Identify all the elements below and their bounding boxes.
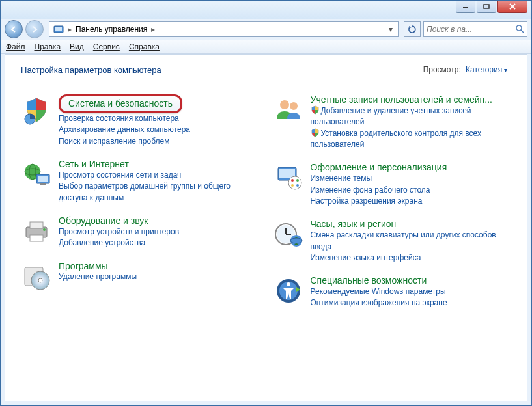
sublink-label: Изменение фона рабочего стола xyxy=(311,185,430,195)
category-sublink[interactable]: Изменение языка интерфейса xyxy=(311,252,512,264)
categories-left-column: Система и безопасностьПроверка состояния… xyxy=(21,94,260,321)
refresh-button[interactable] xyxy=(404,21,421,37)
category-body: Оформление и персонализацияИзменение тем… xyxy=(311,162,512,207)
sublink-label: Архивирование данных компьютера xyxy=(59,125,190,134)
svg-rect-17 xyxy=(30,235,43,241)
category-sublink[interactable]: Поиск и исправление проблем xyxy=(59,136,260,147)
svg-point-21 xyxy=(38,278,42,282)
svg-point-35 xyxy=(290,235,302,247)
svg-line-7 xyxy=(521,30,524,33)
category-title-link[interactable]: Оборудование и звук xyxy=(59,215,148,226)
category-item: Система и безопасностьПроверка состояния… xyxy=(21,94,260,147)
view-dropdown[interactable]: Категория xyxy=(466,65,507,74)
category-sublink[interactable]: Архивирование данных компьютера xyxy=(59,124,260,135)
sublink-label: Добавление и удаление учетных записей по… xyxy=(311,106,471,126)
category-sublink[interactable]: Изменение темы xyxy=(311,173,512,184)
sublink-label: Добавление устройства xyxy=(59,238,145,247)
category-body: Учетные записи пользователей и семейн...… xyxy=(311,94,512,150)
svg-point-18 xyxy=(43,228,46,231)
menu-file[interactable]: Файл xyxy=(6,42,25,51)
breadcrumb-arrow-icon[interactable]: ▸ xyxy=(150,25,156,34)
svg-rect-1 xyxy=(484,5,489,8)
menu-edit[interactable]: Правка xyxy=(35,42,61,51)
svg-point-39 xyxy=(287,282,290,286)
svg-point-26 xyxy=(288,176,301,189)
sublink-label: Выбор параметров домашней группы и общег… xyxy=(59,182,231,202)
category-body: ПрограммыУдаление программы xyxy=(59,261,260,292)
programs-disc-icon[interactable] xyxy=(21,261,52,292)
svg-point-30 xyxy=(296,184,299,187)
security-shield-icon[interactable] xyxy=(21,94,52,126)
category-sublink[interactable]: Просмотр состояния сети и задач xyxy=(59,170,260,181)
view-label: Просмотр: xyxy=(423,65,461,74)
uac-shield-icon xyxy=(311,105,320,115)
category-item: Оборудование и звукПросмотр устройств и … xyxy=(21,215,260,249)
svg-point-6 xyxy=(516,25,522,31)
category-sublink[interactable]: Удаление программы xyxy=(59,271,260,282)
category-title-link[interactable]: Специальные возможности xyxy=(311,275,427,286)
sublink-label: Просмотр устройств и принтеров xyxy=(59,227,179,236)
network-globe-icon[interactable] xyxy=(21,159,52,190)
category-title-link[interactable]: Часы, язык и регион xyxy=(311,219,397,230)
category-sublink[interactable]: Рекомендуемые Windows параметры xyxy=(311,286,512,297)
minimize-button[interactable] xyxy=(456,1,475,13)
category-sublink[interactable]: Проверка состояния компьютера xyxy=(59,113,260,124)
category-sublink[interactable]: Установка родительского контроля для все… xyxy=(311,128,512,151)
menu-view[interactable]: Вид xyxy=(70,42,84,51)
category-sublink[interactable]: Изменение фона рабочего стола xyxy=(311,185,512,196)
category-body: Оборудование и звукПросмотр устройств и … xyxy=(59,215,260,249)
categories-right-column: Учетные записи пользователей и семейн...… xyxy=(273,94,512,321)
clock-region-icon[interactable] xyxy=(273,219,304,250)
sublink-label: Смена раскладки клавиатуры или других сп… xyxy=(311,230,496,250)
sublink-label: Поиск и исправление проблем xyxy=(59,137,169,146)
sublink-label: Удаление программы xyxy=(59,272,137,281)
svg-rect-14 xyxy=(40,183,46,185)
close-button[interactable] xyxy=(497,1,527,13)
appearance-icon[interactable] xyxy=(273,162,304,193)
svg-point-22 xyxy=(280,100,289,109)
svg-point-27 xyxy=(291,179,294,182)
category-title-link[interactable]: Учетные записи пользователей и семейн... xyxy=(311,94,492,105)
ease-access-icon[interactable] xyxy=(273,275,304,306)
address-bar[interactable]: ▸ Панель управления ▸ ▾ xyxy=(49,21,399,37)
category-body: Система и безопасностьПроверка состояния… xyxy=(59,94,260,147)
sublink-label: Просмотр состояния сети и задач xyxy=(59,170,181,180)
category-sublink[interactable]: Просмотр устройств и принтеров xyxy=(59,226,260,237)
svg-rect-13 xyxy=(38,176,48,182)
category-item: Специальные возможностиРекомендуемые Win… xyxy=(273,275,512,309)
user-accounts-icon[interactable] xyxy=(273,94,304,126)
category-title-link[interactable]: Система и безопасность xyxy=(59,94,182,113)
titlebar xyxy=(1,1,531,19)
category-sublink[interactable]: Добавление и удаление учетных записей по… xyxy=(311,105,512,128)
category-title-link[interactable]: Сеть и Интернет xyxy=(59,159,129,170)
hardware-printer-icon[interactable] xyxy=(21,215,52,247)
uac-shield-icon xyxy=(311,128,320,137)
forward-button[interactable] xyxy=(25,20,44,38)
sublink-label: Оптимизация изображения на экране xyxy=(311,298,447,307)
category-item: Оформление и персонализацияИзменение тем… xyxy=(273,162,512,207)
category-sublink[interactable]: Добавление устройства xyxy=(59,237,260,249)
explorer-window: ▸ Панель управления ▸ ▾ Поиск в па... Фа… xyxy=(0,0,532,406)
breadcrumb-root[interactable]: Панель управления xyxy=(73,25,150,34)
svg-point-28 xyxy=(296,179,299,182)
menu-tools[interactable]: Сервис xyxy=(93,42,120,51)
address-dropdown-icon[interactable]: ▾ xyxy=(385,25,397,34)
search-input[interactable]: Поиск в па... xyxy=(423,21,527,37)
category-item: Сеть и ИнтернетПросмотр состояния сети и… xyxy=(21,159,260,204)
category-sublink[interactable]: Выбор параметров домашней группы и общег… xyxy=(59,181,260,204)
category-sublink[interactable]: Смена раскладки клавиатуры или других сп… xyxy=(311,230,512,252)
category-title-link[interactable]: Оформление и персонализация xyxy=(311,162,447,173)
menu-help[interactable]: Справка xyxy=(129,42,160,51)
category-sublink[interactable]: Настройка разрешения экрана xyxy=(311,196,512,207)
view-selector: Просмотр: Категория xyxy=(423,65,507,74)
category-sublink[interactable]: Оптимизация изображения на экране xyxy=(311,297,512,308)
back-button[interactable] xyxy=(5,20,23,38)
maximize-button[interactable] xyxy=(477,1,496,13)
sublink-label: Изменение темы xyxy=(311,174,372,183)
category-body: Часы, язык и регионСмена раскладки клави… xyxy=(311,219,512,264)
svg-rect-5 xyxy=(55,27,62,31)
sublink-label: Изменение языка интерфейса xyxy=(311,253,421,262)
category-title-link[interactable]: Программы xyxy=(59,261,108,272)
content-pane: Настройка параметров компьютера Просмотр… xyxy=(5,54,527,401)
search-icon xyxy=(515,24,524,35)
